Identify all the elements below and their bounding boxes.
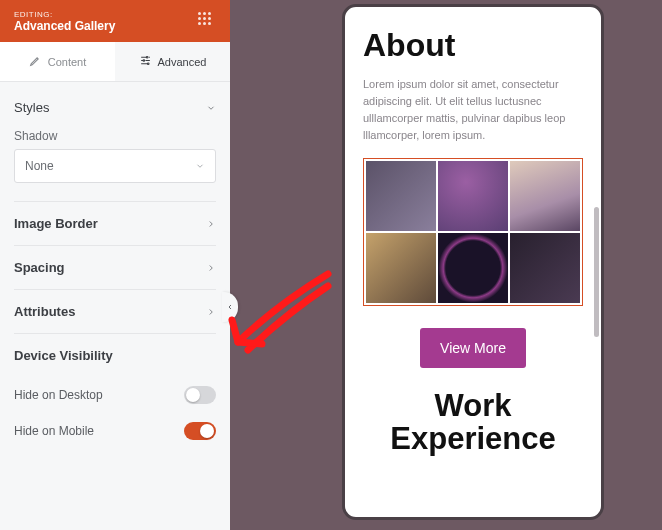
spacing-label: Spacing	[14, 260, 65, 275]
chevron-down-icon	[206, 103, 216, 113]
hide-desktop-toggle[interactable]	[184, 386, 216, 404]
about-paragraph: Lorem ipsum dolor sit amet, consectetur …	[363, 76, 583, 144]
gallery-image[interactable]	[366, 233, 436, 303]
pencil-icon	[29, 54, 42, 69]
gallery-image[interactable]	[438, 233, 508, 303]
shadow-select[interactable]: None	[14, 149, 216, 183]
svg-point-2	[147, 63, 149, 65]
about-heading: About	[363, 27, 583, 64]
gallery-image[interactable]	[510, 233, 580, 303]
gallery-image[interactable]	[510, 161, 580, 231]
hide-mobile-row: Hide on Mobile	[14, 413, 216, 449]
image-border-label: Image Border	[14, 216, 98, 231]
spacing-section[interactable]: Spacing	[14, 245, 216, 289]
gallery-image[interactable]	[438, 161, 508, 231]
styles-label: Styles	[14, 100, 49, 115]
tab-content[interactable]: Content	[0, 42, 115, 81]
hide-desktop-row: Hide on Desktop	[14, 377, 216, 413]
block-title: Advanced Gallery	[14, 19, 115, 33]
hide-mobile-label: Hide on Mobile	[14, 424, 94, 438]
svg-point-0	[146, 56, 148, 58]
device-visibility-label: Device Visibility	[14, 348, 113, 363]
styles-section[interactable]: Styles	[14, 100, 216, 115]
chevron-right-icon	[206, 219, 216, 229]
collapse-sidebar-button[interactable]	[222, 292, 238, 322]
image-border-section[interactable]: Image Border	[14, 201, 216, 245]
shadow-value: None	[25, 159, 54, 173]
mobile-preview: About Lorem ipsum dolor sit amet, consec…	[342, 4, 604, 520]
device-visibility-section: Device Visibility	[14, 333, 216, 377]
sidebar-header: EDITING: Advanced Gallery	[0, 0, 230, 42]
chevron-right-icon	[206, 263, 216, 273]
sidebar-tabs: Content Advanced	[0, 42, 230, 82]
chevron-right-icon	[206, 307, 216, 317]
tab-advanced[interactable]: Advanced	[115, 42, 230, 81]
tab-content-label: Content	[48, 56, 87, 68]
drag-handle-icon[interactable]	[198, 12, 216, 30]
attributes-label: Attributes	[14, 304, 75, 319]
svg-point-1	[143, 60, 145, 62]
view-more-button[interactable]: View More	[420, 328, 526, 368]
chevron-left-icon	[226, 302, 234, 312]
shadow-label: Shadow	[14, 129, 216, 143]
tab-advanced-label: Advanced	[158, 56, 207, 68]
work-experience-heading: Work Experience	[363, 390, 583, 455]
attributes-section[interactable]: Attributes	[14, 289, 216, 333]
sliders-icon	[139, 54, 152, 69]
editing-label: EDITING:	[14, 10, 115, 19]
gallery-grid[interactable]	[363, 158, 583, 306]
chevron-down-icon	[195, 161, 205, 171]
hide-desktop-label: Hide on Desktop	[14, 388, 103, 402]
hide-mobile-toggle[interactable]	[184, 422, 216, 440]
preview-scrollbar[interactable]	[594, 207, 599, 337]
editor-sidebar: EDITING: Advanced Gallery Content Advanc…	[0, 0, 230, 530]
panel-body: Styles Shadow None Image Border Spacing …	[0, 82, 230, 459]
gallery-image[interactable]	[366, 161, 436, 231]
annotation-arrow-icon	[218, 264, 338, 374]
